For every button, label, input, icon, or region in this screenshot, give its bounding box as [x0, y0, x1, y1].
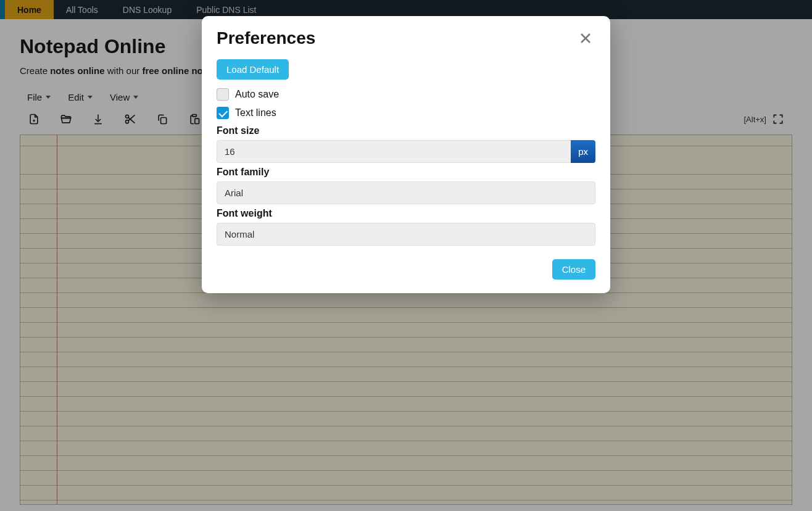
font-weight-label: Font weight	[217, 208, 595, 219]
font-size-input[interactable]	[217, 140, 573, 163]
font-size-group: px	[217, 140, 595, 163]
auto-save-checkbox[interactable]	[217, 88, 229, 101]
modal-title: Preferences	[217, 28, 315, 48]
font-family-label: Font family	[217, 167, 595, 178]
load-default-button[interactable]: Load Default	[217, 59, 289, 80]
close-button[interactable]: Close	[552, 259, 595, 280]
font-family-select[interactable]	[217, 181, 595, 204]
preferences-form: Auto save Text lines Font size px Font f…	[217, 88, 595, 246]
auto-save-label: Auto save	[235, 89, 279, 100]
modal-header: Preferences	[217, 28, 595, 48]
close-icon[interactable]	[576, 28, 595, 48]
font-size-label: Font size	[217, 125, 595, 136]
preferences-modal: Preferences Load Default Auto save Text …	[202, 16, 610, 293]
modal-footer: Close	[217, 259, 595, 280]
font-size-unit: px	[571, 140, 595, 163]
text-lines-row: Text lines	[217, 107, 595, 119]
auto-save-row: Auto save	[217, 88, 595, 101]
text-lines-label: Text lines	[235, 107, 276, 118]
font-weight-select[interactable]	[217, 223, 595, 246]
text-lines-checkbox[interactable]	[217, 107, 229, 119]
